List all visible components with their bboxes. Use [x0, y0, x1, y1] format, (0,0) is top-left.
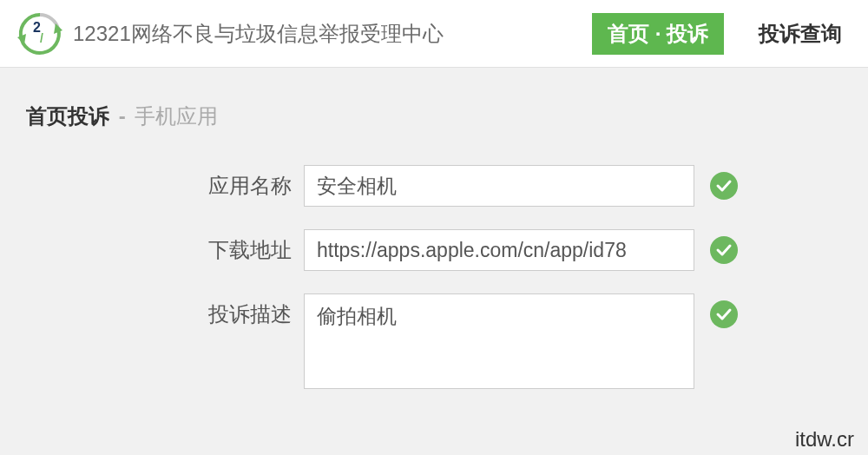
main-nav: 首页 · 投诉 投诉查询: [592, 13, 842, 55]
nav-home-complaint[interactable]: 首页 · 投诉: [592, 13, 724, 55]
svg-point-4: [710, 172, 738, 200]
app-name-input[interactable]: [304, 165, 694, 207]
download-url-label: 下载地址: [208, 229, 304, 264]
page-content: 首页投诉 - 手机应用 应用名称 下载地址 投诉描述: [0, 68, 868, 389]
complaint-desc-textarea[interactable]: [304, 293, 694, 389]
form-row-app-name: 应用名称: [208, 165, 842, 207]
form-row-complaint-desc: 投诉描述: [208, 293, 842, 389]
svg-point-6: [710, 300, 738, 328]
complaint-form: 应用名称 下载地址 投诉描述: [208, 165, 842, 389]
svg-text:/: /: [40, 31, 43, 45]
page-header: 2 / 12321网络不良与垃圾信息举报受理中心 首页 · 投诉 投诉查询: [0, 0, 868, 68]
download-url-input[interactable]: [304, 229, 694, 271]
check-icon: [710, 236, 738, 264]
svg-point-5: [710, 236, 738, 264]
breadcrumb-separator: -: [119, 104, 126, 128]
check-icon: [710, 300, 738, 328]
form-row-download-url: 下载地址: [208, 229, 842, 271]
breadcrumb-main: 首页投诉: [26, 104, 109, 128]
check-icon: [710, 172, 738, 200]
nav-complaint-query[interactable]: 投诉查询: [759, 20, 842, 48]
site-title: 12321网络不良与垃圾信息举报受理中心: [73, 20, 592, 48]
app-name-label: 应用名称: [208, 165, 304, 200]
watermark: itdw.cr: [795, 427, 854, 452]
site-logo-icon: 2 /: [17, 11, 62, 56]
complaint-desc-label: 投诉描述: [208, 293, 304, 328]
breadcrumb-sub: 手机应用: [135, 104, 218, 128]
breadcrumb: 首页投诉 - 手机应用: [26, 102, 842, 130]
